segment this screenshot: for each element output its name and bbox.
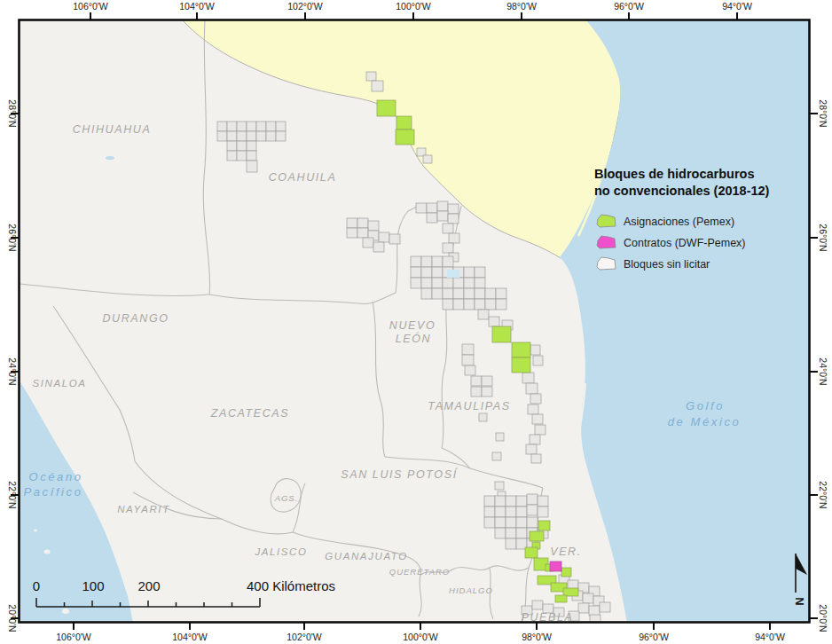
unlicensed-blocks-shape: [448, 214, 459, 224]
unlicensed-blocks-shape: [583, 593, 593, 603]
state-label-queretaro: QUERÉTARO: [389, 567, 450, 577]
unlicensed-blocks-shape: [495, 517, 506, 528]
unlicensed-blocks-shape: [421, 278, 432, 288]
unlicensed-blocks-shape: [538, 507, 548, 517]
unlicensed-blocks-shape: [530, 394, 541, 404]
unlicensed-blocks-shape: [347, 228, 357, 238]
unlicensed-blocks-shape: [416, 203, 427, 213]
lon-label: 106°0'W: [73, 1, 108, 12]
lon-label: 98°0'W: [506, 1, 537, 12]
lat-label: 26°0'N: [818, 224, 828, 251]
unlicensed-blocks-shape: [526, 444, 537, 454]
unlicensed-blocks-shape: [532, 601, 543, 609]
lon-label: 100°0'W: [403, 632, 438, 642]
unlicensed-blocks-shape: [535, 425, 546, 435]
unlicensed-blocks-shape: [496, 288, 506, 299]
unlicensed-blocks-shape: [453, 278, 464, 288]
unlicensed-blocks-shape: [266, 122, 276, 131]
pacific-islands-shape: [62, 609, 69, 614]
unlicensed-blocks-shape: [357, 218, 368, 228]
lon-label: 102°0'W: [286, 632, 322, 642]
unlicensed-blocks-shape: [530, 345, 540, 355]
pemex-assignment-blocks-shape: [492, 326, 511, 342]
unlicensed-blocks-shape: [506, 496, 516, 507]
unlicensed-blocks-shape: [427, 213, 437, 223]
scale-label-400km: 400 Kilómetros: [247, 578, 335, 593]
unlicensed-blocks-shape: [437, 201, 448, 211]
legend-swatch-asignaciones: [597, 215, 616, 227]
unlicensed-blocks-shape: [600, 602, 610, 612]
lat-label: 26°0'N: [7, 224, 18, 251]
unlicensed-blocks-shape: [247, 122, 256, 131]
unlicensed-blocks-shape: [496, 433, 504, 441]
pemex-assignment-blocks-shape: [530, 531, 544, 541]
state-label-nuevo-leon-1: NUEVO: [389, 319, 436, 332]
unlicensed-blocks-shape: [538, 496, 548, 507]
unlicensed-blocks-shape: [449, 233, 459, 243]
unlicensed-blocks-shape: [448, 204, 459, 214]
unlicensed-blocks-shape: [522, 373, 534, 383]
sea-label-pacific-1: Océano: [28, 470, 82, 483]
lon-label: 100°0'W: [396, 1, 431, 12]
unlicensed-blocks-shape: [475, 299, 485, 310]
unlicensed-blocks-shape: [247, 151, 256, 161]
sea-label-gulf-2: de México: [668, 415, 742, 428]
unlicensed-blocks-shape: [411, 267, 421, 278]
unlicensed-blocks-shape: [373, 242, 384, 252]
unlicensed-blocks-shape: [443, 288, 453, 299]
pacific-islands-shape: [34, 530, 37, 532]
unlicensed-blocks-shape: [506, 538, 516, 549]
unlicensed-blocks-shape: [495, 482, 504, 490]
state-label-coahuila: COAHUILA: [269, 171, 337, 184]
unlicensed-blocks-shape: [347, 218, 357, 228]
unlicensed-blocks-shape: [464, 278, 475, 288]
pemex-assignment-blocks-shape: [396, 116, 412, 130]
unlicensed-blocks-shape: [379, 232, 389, 242]
unlicensed-blocks-shape: [443, 243, 453, 253]
unlicensed-blocks-shape: [421, 288, 432, 299]
unlicensed-blocks-shape: [227, 122, 237, 131]
unlicensed-blocks-shape: [464, 288, 475, 299]
unlicensed-blocks-shape: [237, 141, 247, 151]
state-label-aguascalientes: AGS.: [274, 493, 299, 503]
lon-label: 96°0'W: [614, 1, 644, 12]
state-label-sinaloa: SINALOA: [32, 378, 86, 389]
unlicensed-blocks-shape: [217, 131, 227, 141]
unlicensed-blocks-shape: [217, 122, 227, 131]
unlicensed-blocks-shape: [276, 122, 286, 131]
lat-label: 28°0'N: [7, 99, 18, 127]
map-canvas: 106°0'W 104°0'W 102°0'W 100°0'W 98°0'W 9…: [0, 0, 832, 644]
dwf-pemex-contract-block: [550, 562, 561, 571]
unlicensed-blocks-shape: [475, 267, 485, 278]
unlicensed-blocks-shape: [506, 507, 516, 517]
legend-label-sin-licitar: Bloques sin licitar: [624, 258, 710, 271]
unlicensed-blocks-shape: [432, 267, 443, 278]
unlicensed-blocks-shape: [256, 131, 266, 141]
unlicensed-blocks-shape: [417, 148, 426, 156]
unlicensed-blocks-shape: [432, 256, 443, 267]
unlicensed-blocks-shape: [484, 496, 495, 507]
unlicensed-blocks-shape: [516, 528, 527, 538]
unlicensed-blocks-shape: [247, 141, 256, 151]
unlicensed-blocks-shape: [389, 234, 400, 244]
lon-label: 94°0'W: [722, 1, 752, 12]
lon-label: 104°0'W: [172, 632, 208, 642]
state-label-guanajuato: GUANAJUATO: [325, 551, 408, 562]
state-label-veracruz: VER.: [550, 546, 582, 558]
north-arrow-letter: N: [793, 597, 806, 605]
unlicensed-blocks-shape: [432, 288, 443, 299]
unlicensed-blocks-shape: [516, 517, 527, 528]
lon-label: 98°0'W: [522, 632, 552, 642]
unlicensed-blocks-shape: [227, 151, 237, 161]
unlicensed-blocks-shape: [411, 278, 421, 288]
unlicensed-blocks-shape: [496, 299, 506, 310]
unlicensed-blocks-shape: [492, 452, 501, 460]
state-label-zacatecas: ZACATECAS: [210, 407, 290, 420]
sea-label-gulf-1: Golfo: [686, 399, 725, 412]
lat-label: 20°0'N: [7, 604, 18, 632]
unlicensed-blocks-shape: [421, 267, 432, 278]
unlicensed-blocks-shape: [516, 507, 527, 517]
unlicensed-blocks-shape: [227, 141, 237, 151]
small-lake: [106, 156, 114, 160]
lat-label: 24°0'N: [818, 357, 828, 385]
